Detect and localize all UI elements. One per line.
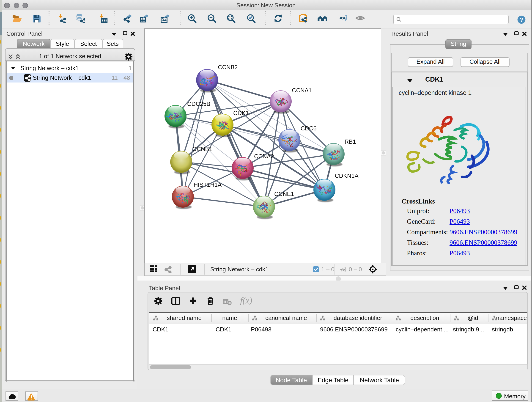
svg-text:CDC25B: CDC25B bbox=[187, 100, 210, 107]
svg-text:CDKN1A: CDKN1A bbox=[335, 172, 359, 179]
svg-text:CDC6: CDC6 bbox=[300, 125, 317, 131]
svg-text:CCNA2: CCNA2 bbox=[254, 153, 274, 159]
svg-text:CCNE1: CCNE1 bbox=[274, 191, 294, 197]
svg-text:?: ? bbox=[520, 16, 523, 23]
svg-text:RB1: RB1 bbox=[344, 138, 356, 145]
svg-text:CDK1: CDK1 bbox=[233, 109, 249, 116]
svg-text:CCNA1: CCNA1 bbox=[292, 87, 312, 93]
svg-text:CCNB1: CCNB1 bbox=[192, 146, 212, 152]
svg-text:HIST1H1A: HIST1H1A bbox=[193, 181, 222, 188]
svg-text:CCNB2: CCNB2 bbox=[218, 64, 238, 70]
